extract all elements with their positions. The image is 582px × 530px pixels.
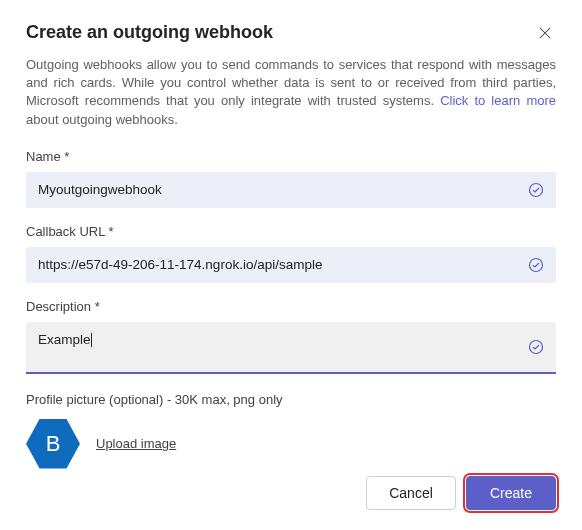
learn-more-link[interactable]: Click to learn more	[440, 93, 556, 108]
checkmark-icon	[528, 339, 544, 355]
description-value: Example	[38, 332, 91, 347]
profile-picture-label: Profile picture (optional) - 30K max, pn…	[26, 392, 556, 407]
svg-point-3	[530, 258, 543, 271]
create-button[interactable]: Create	[466, 476, 556, 510]
name-input[interactable]	[26, 172, 556, 208]
description-input[interactable]: Example	[26, 322, 556, 374]
checkmark-icon	[528, 257, 544, 273]
checkmark-icon	[528, 182, 544, 198]
description-text-2: about outgoing webhooks.	[26, 112, 178, 127]
avatar: B	[26, 417, 80, 471]
cancel-button[interactable]: Cancel	[366, 476, 456, 510]
svg-point-4	[530, 340, 543, 353]
description-label: Description *	[26, 299, 556, 314]
upload-image-link[interactable]: Upload image	[96, 436, 176, 451]
close-button[interactable]	[534, 22, 556, 44]
callback-url-label: Callback URL *	[26, 224, 556, 239]
svg-point-2	[530, 183, 543, 196]
dialog-description: Outgoing webhooks allow you to send comm…	[26, 56, 556, 129]
text-cursor	[91, 333, 92, 347]
callback-url-input[interactable]	[26, 247, 556, 283]
name-label: Name *	[26, 149, 556, 164]
dialog-title: Create an outgoing webhook	[26, 22, 273, 43]
close-icon	[538, 26, 552, 40]
